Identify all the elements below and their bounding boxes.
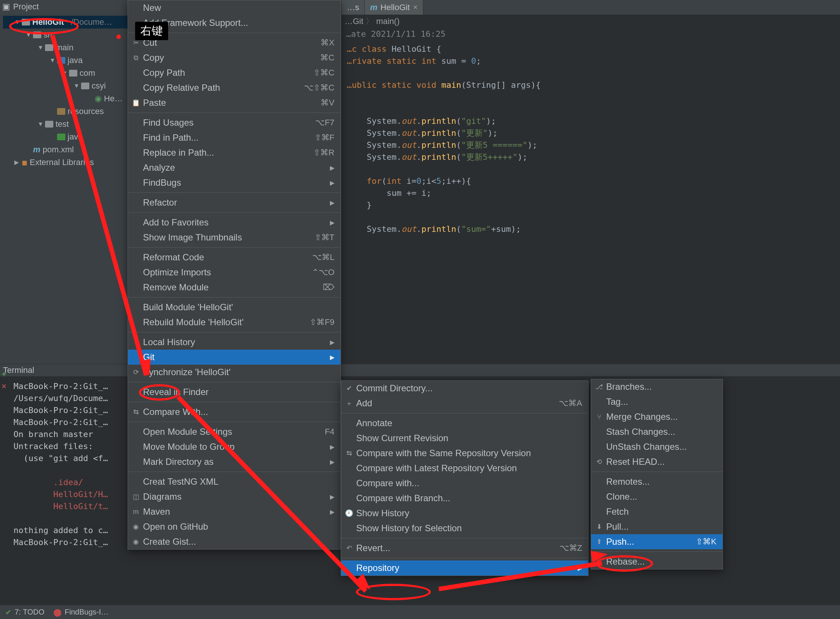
ctx-git-compare-with-branch[interactable]: Compare with Branch...: [341, 491, 588, 506]
project-tree[interactable]: ▼ HelloGit ~/Docume… ▼ src ▼ main ▼ java…: [0, 14, 133, 169]
ctx-main-remove-module[interactable]: Remove Module⌦: [128, 280, 340, 295]
project-panel-header[interactable]: ▣ Project: [0, 0, 133, 14]
ctx-git-repository[interactable]: Repository▶: [341, 560, 588, 575]
ctx-repo-pull[interactable]: ⬇Pull...: [591, 519, 723, 534]
ctx-git-show-current-revision[interactable]: Show Current Revision: [341, 431, 588, 446]
menu-item-shortcut: ⌥⌘A: [559, 398, 582, 408]
chevron-down-icon: ▼: [74, 80, 79, 92]
ctx-repo-push[interactable]: ⬆Push...⇧⌘K: [591, 534, 723, 549]
ctx-git-revert[interactable]: ↶Revert...⌥⌘Z: [341, 541, 588, 556]
ctx-git-compare-with-the-same-repository-version[interactable]: ⇆Compare with the Same Repository Versio…: [341, 446, 588, 461]
menu-item-label: Copy Relative Path: [143, 83, 220, 93]
ctx-main-analyze[interactable]: Analyze▶: [128, 160, 340, 175]
submenu-arrow-icon: ▶: [330, 354, 334, 361]
ctx-main-copy[interactable]: ⧉Copy⌘C: [128, 50, 340, 65]
menu-separator: [341, 413, 588, 413]
menu-item-label: Paste: [143, 98, 166, 108]
menu-separator: [128, 297, 340, 297]
tree-csyi[interactable]: ▼ csyi: [3, 80, 133, 92]
ctx-main-diagrams[interactable]: ◫Diagrams▶: [128, 489, 340, 504]
ctx-main-show-image-thumbnails[interactable]: Show Image Thumbnails⇧⌘T: [128, 230, 340, 245]
tree-java-main[interactable]: ▼ java: [3, 54, 133, 67]
todo-toolwindow-button[interactable]: ✔ 7: TODO: [5, 608, 44, 617]
close-icon[interactable]: ✕: [413, 4, 418, 11]
ctx-main-find-in-path[interactable]: Find in Path...⇧⌘F: [128, 130, 340, 145]
menu-item-label: Copy Path: [143, 68, 185, 78]
ctx-repo-fetch[interactable]: Fetch: [591, 504, 723, 519]
menu-item-shortcut: ⇧⌘C: [313, 68, 334, 78]
tree-main[interactable]: ▼ main: [3, 41, 133, 54]
ctx-main-mark-directory-as[interactable]: Mark Directory as▶: [128, 454, 340, 469]
menu-item-label: Reformat Code: [143, 252, 204, 263]
tree-com[interactable]: ▼ com: [3, 67, 133, 80]
ctx-git-compare-with-latest-repository-version[interactable]: Compare with Latest Repository Version: [341, 461, 588, 476]
submenu-arrow-icon: ▶: [330, 443, 334, 451]
ctx-main-creat-testng-xml[interactable]: Creat TestNG XML: [128, 474, 340, 489]
menu-item-label: Diagrams: [143, 491, 182, 502]
findbugs-toolwindow-button[interactable]: ⬤ FindBugs-I…: [53, 608, 108, 617]
menu-item-label: Create Gist...: [143, 536, 196, 547]
ctx-main-build-module-hellogit[interactable]: Build Module 'HelloGit': [128, 300, 340, 315]
ctx-main-synchronize-hellogit[interactable]: ⟳Synchronize 'HelloGit': [128, 365, 340, 380]
ctx-repo-clone[interactable]: Clone...: [591, 489, 723, 504]
ctx-main-reformat-code[interactable]: Reformat Code⌥⌘L: [128, 250, 340, 265]
ctx-main-add-to-favorites[interactable]: Add to Favorites▶: [128, 215, 340, 230]
ctx-main-open-module-settings[interactable]: Open Module SettingsF4: [128, 424, 340, 439]
ctx-main-new[interactable]: New: [128, 0, 340, 15]
ctx-main-maven[interactable]: mMaven▶: [128, 504, 340, 519]
editor-tab-2[interactable]: m HelloGit ✕: [365, 0, 423, 15]
ctx-main-cut[interactable]: ✂Cut⌘X: [128, 35, 340, 50]
ctx-main-copy-path[interactable]: Copy Path⇧⌘C: [128, 65, 340, 80]
ctx-git-compare-with[interactable]: Compare with...: [341, 476, 588, 491]
menu-item-label: Git: [143, 352, 155, 362]
ctx-main-compare-with[interactable]: ⇆Compare With...: [128, 404, 340, 419]
breadcrumb[interactable]: …Git 〉 main(): [342, 15, 840, 28]
ctx-repo-unstash-changes[interactable]: UnStash Changes...: [591, 439, 723, 454]
ctx-main-refactor[interactable]: Refactor▶: [128, 195, 340, 210]
project-root[interactable]: ▼ HelloGit ~/Docume…: [3, 16, 133, 29]
menu-separator: [341, 558, 588, 558]
code-editor[interactable]: …c class HelloGit { …rivate static int s…: [342, 40, 840, 243]
tree-pom[interactable]: ▼ m pom.xml: [3, 143, 133, 156]
ctx-main-rebuild-module-hellogit[interactable]: Rebuild Module 'HelloGit'⇧⌘F9: [128, 315, 340, 330]
ctx-main-open-on-github[interactable]: ◉Open on GitHub: [128, 519, 340, 534]
ctx-git-show-history[interactable]: 🕘Show History: [341, 506, 588, 521]
ctx-repo-tag[interactable]: Tag...: [591, 394, 723, 409]
package-icon: [69, 70, 77, 77]
ctx-main-reveal-in-finder[interactable]: Reveal in Finder: [128, 385, 340, 400]
ctx-main-optimize-imports[interactable]: Optimize Imports⌃⌥O: [128, 265, 340, 280]
menu-item-label: Rebuild Module 'HelloGit': [143, 317, 244, 328]
ctx-main-findbugs[interactable]: FindBugs▶: [128, 175, 340, 190]
menu-item-label: Show History: [356, 508, 409, 518]
ctx-repo-stash-changes[interactable]: Stash Changes...: [591, 424, 723, 439]
menu-item-label: Optimize Imports: [143, 267, 211, 278]
ctx-main-copy-relative-path[interactable]: Copy Relative Path⌥⇧⌘C: [128, 80, 340, 95]
ctx-git-show-history-for-selection[interactable]: Show History for Selection: [341, 521, 588, 536]
ctx-repo-merge-changes[interactable]: ⑂Merge Changes...: [591, 409, 723, 424]
tree-hello-file[interactable]: ◉ He…: [3, 92, 133, 105]
ctx-repo-remotes[interactable]: Remotes...: [591, 474, 723, 489]
ctx-git-annotate[interactable]: Annotate: [341, 416, 588, 431]
editor-tab-1[interactable]: …s: [342, 0, 365, 15]
ctx-main-move-module-to-group[interactable]: Move Module to Group▶: [128, 439, 340, 454]
ctx-main-replace-in-path[interactable]: Replace in Path...⇧⌘R: [128, 145, 340, 160]
ctx-main-find-usages[interactable]: Find Usages⌥F7: [128, 115, 340, 130]
tree-resources[interactable]: ▼ resources: [3, 105, 133, 118]
ctx-main-add-framework-support[interactable]: Add Framework Support...: [128, 15, 340, 30]
ctx-main-paste[interactable]: 📋Paste⌘V: [128, 95, 340, 110]
ctx-main-local-history[interactable]: Local History▶: [128, 335, 340, 350]
tree-src[interactable]: ▼ src: [3, 29, 133, 41]
ctx-git-add[interactable]: ＋Add⌥⌘A: [341, 396, 588, 411]
tree-external-libraries[interactable]: ▶ External Libraries: [3, 156, 133, 169]
ctx-git-commit-directory[interactable]: ✔Commit Directory...: [341, 381, 588, 396]
ctx-repo-branches[interactable]: ⎇Branches...: [591, 379, 723, 394]
ctx-repo-reset-head[interactable]: ⟲Reset HEAD...: [591, 454, 723, 469]
menu-item-label: Merge Changes...: [606, 412, 678, 422]
ctx-repo-rebase[interactable]: Rebase...: [591, 554, 723, 569]
terminal-header[interactable]: Terminal: [0, 364, 840, 377]
menu-item-label: UnStash Changes...: [606, 442, 687, 452]
ctx-main-git[interactable]: Git▶: [128, 350, 340, 365]
tree-java-test[interactable]: ▼ java: [3, 131, 133, 143]
tree-test[interactable]: ▼ test: [3, 118, 133, 131]
ctx-main-create-gist[interactable]: ◉Create Gist...: [128, 534, 340, 549]
